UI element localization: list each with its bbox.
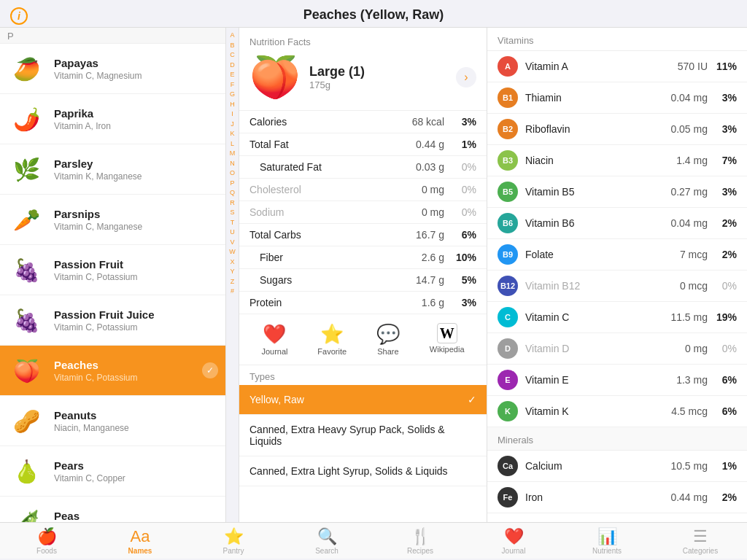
sidebar-item-peas[interactable]: 🫛 Peas Vitamin C, Manganese — [0, 497, 225, 522]
alpha-U[interactable]: U — [230, 228, 235, 238]
nutrition-value: 0 mg — [393, 206, 444, 218]
sidebar-item-pears[interactable]: 🍐 Pears Vitamin C, Copper — [0, 446, 225, 497]
middle-panel: Nutrition Facts 🍑 Large (1) 175g › Calor… — [239, 28, 487, 522]
serving-arrow[interactable]: › — [456, 67, 476, 88]
alpha-Q[interactable]: Q — [230, 188, 235, 198]
alpha-Y[interactable]: Y — [230, 267, 234, 277]
alpha-S[interactable]: S — [230, 208, 234, 218]
sidebar-item-peaches[interactable]: 🍑 Peaches Vitamin C, Potassium ✓ — [0, 346, 225, 396]
sidebar-item-paprika[interactable]: 🌶️ Paprika Vitamin A, Iron — [0, 94, 225, 144]
alpha-M[interactable]: M — [230, 149, 236, 159]
nutrition-row-protein: Protein 1.6 g 3% — [239, 292, 487, 314]
nutrition-pct: 6% — [444, 229, 476, 241]
sidebar-letter: P — [0, 28, 225, 44]
vitamin-pct: 2% — [708, 217, 737, 229]
vitamin-pct: 0% — [708, 280, 737, 292]
nutrition-label: Protein — [249, 297, 393, 308]
vitamin-row-vitamin-b12: B12 Vitamin B12 0 mcg 0% — [487, 271, 747, 302]
nutrition-row-sugars: Sugars 14.7 g 5% — [239, 269, 487, 292]
vitamin-row-thiamin: B1 Thiamin 0.04 mg 3% — [487, 82, 747, 114]
alpha-P[interactable]: P — [230, 179, 234, 189]
nutrition-label: Total Fat — [249, 139, 393, 150]
tab-label-search: Search — [315, 547, 338, 555]
item-name-peanuts: Peanuts — [54, 409, 218, 421]
nutrition-pct: 1% — [444, 139, 476, 150]
alpha-D[interactable]: D — [230, 61, 235, 71]
item-sub-papayas: Vitamin C, Magnesium — [54, 71, 218, 81]
type-item-0[interactable]: Yellow, Raw✓ — [239, 385, 487, 415]
sidebar-item-papayas[interactable]: 🥭 Papayas Vitamin C, Magnesium — [0, 44, 225, 94]
item-text-peas: Peas Vitamin C, Manganese — [54, 510, 218, 523]
item-emoji-pears: 🍐 — [7, 452, 45, 490]
info-icon[interactable]: i — [10, 7, 28, 25]
sidebar-item-passion-fruit[interactable]: 🍇 Passion Fruit Vitamin C, Potassium — [0, 245, 225, 295]
tab-categories[interactable]: ☰ Categories — [654, 523, 747, 559]
serving-name: Large (1) — [309, 64, 456, 79]
vitamin-amount: 0.05 mg — [654, 123, 708, 135]
vitamin-row-niacin: B3 Niacin 1.4 mg 7% — [487, 145, 747, 176]
vitamin-badge-B9: B9 — [498, 244, 518, 265]
vitamin-badge-K: K — [498, 401, 518, 421]
type-label: Canned, Extra Light Syrup, Solids & Liqu… — [249, 465, 448, 477]
item-name-peas: Peas — [54, 510, 218, 522]
alpha-T[interactable]: T — [231, 218, 235, 228]
type-item-1[interactable]: Canned, Extra Heavy Syrup Pack, Solids &… — [239, 415, 487, 456]
vitamin-badge-A: A — [498, 56, 518, 77]
tab-search[interactable]: 🔍 Search — [280, 523, 374, 559]
alpha-X[interactable]: X — [230, 257, 234, 268]
vitamins-title: Vitamins — [487, 28, 747, 51]
mineral-badge-Fe: Fe — [498, 487, 518, 508]
alpha-Z[interactable]: Z — [231, 277, 235, 287]
sidebar-item-peanuts[interactable]: 🥜 Peanuts Niacin, Manganese — [0, 396, 225, 446]
alpha-W[interactable]: W — [229, 247, 236, 257]
sidebar-item-parsley[interactable]: 🌿 Parsley Vitamin K, Manganese — [0, 144, 225, 195]
tab-nutrients[interactable]: 📊 Nutrients — [560, 523, 654, 559]
tab-icon-names: Aa — [131, 527, 150, 546]
tab-bar: 🍎 Foods Aa Names ⭐ Pantry 🔍 Search 🍴 Rec… — [0, 522, 747, 559]
action-btn-wikipedia[interactable]: W Wikipedia — [430, 323, 465, 356]
sidebar-item-parsnips[interactable]: 🥕 Parsnips Vitamin C, Manganese — [0, 195, 225, 245]
action-icon-journal: ❤️ — [263, 323, 286, 346]
nutrition-value: 0.03 g — [393, 161, 444, 173]
action-btn-favorite[interactable]: ⭐ Favorite — [317, 323, 347, 356]
vitamin-amount: 0.04 mg — [654, 217, 708, 229]
alpha-I[interactable]: I — [231, 109, 233, 120]
alpha-K[interactable]: K — [230, 129, 234, 139]
type-item-2[interactable]: Canned, Extra Light Syrup, Solids & Liqu… — [239, 456, 487, 486]
mineral-name: Iron — [525, 491, 654, 503]
alpha-B[interactable]: B — [230, 41, 234, 51]
tab-foods[interactable]: 🍎 Foods — [0, 523, 93, 559]
tab-label-journal: Journal — [502, 547, 526, 555]
sidebar-item-passion-fruit-juice[interactable]: 🍇 Passion Fruit Juice Vitamin C, Potassi… — [0, 295, 225, 346]
alpha-R[interactable]: R — [230, 198, 235, 209]
action-btn-share[interactable]: 💬 Share — [376, 323, 400, 356]
alpha-C[interactable]: C — [230, 50, 235, 61]
tab-journal[interactable]: ❤️ Journal — [467, 523, 560, 559]
tab-label-pantry: Pantry — [223, 547, 244, 555]
vitamin-amount: 0.04 mg — [654, 92, 708, 104]
vitamin-badge-B1: B1 — [498, 88, 518, 108]
alpha-J[interactable]: J — [231, 120, 234, 130]
alpha-H[interactable]: H — [230, 100, 235, 110]
vitamin-pct: 3% — [708, 92, 737, 104]
tab-icon-recipes: 🍴 — [411, 527, 430, 546]
nutrition-value: 68 kcal — [393, 116, 444, 128]
alpha-#[interactable]: # — [231, 287, 234, 297]
vitamin-badge-B3: B3 — [498, 150, 518, 171]
tab-pantry[interactable]: ⭐ Pantry — [187, 523, 280, 559]
alpha-E[interactable]: E — [230, 70, 234, 80]
vitamin-badge-D: D — [498, 338, 518, 359]
vitamin-name: Vitamin B5 — [525, 186, 654, 198]
alpha-N[interactable]: N — [230, 159, 235, 169]
alpha-L[interactable]: L — [231, 139, 234, 149]
action-label-journal: Journal — [261, 347, 287, 356]
alpha-O[interactable]: O — [230, 168, 235, 179]
tab-names[interactable]: Aa Names — [93, 523, 187, 559]
alpha-F[interactable]: F — [231, 80, 235, 90]
tab-recipes[interactable]: 🍴 Recipes — [374, 523, 467, 559]
alpha-A[interactable]: A — [230, 31, 234, 41]
item-emoji-papayas: 🥭 — [7, 50, 45, 88]
alpha-V[interactable]: V — [230, 238, 234, 248]
alpha-G[interactable]: G — [230, 90, 235, 100]
action-btn-journal[interactable]: ❤️ Journal — [261, 323, 287, 356]
